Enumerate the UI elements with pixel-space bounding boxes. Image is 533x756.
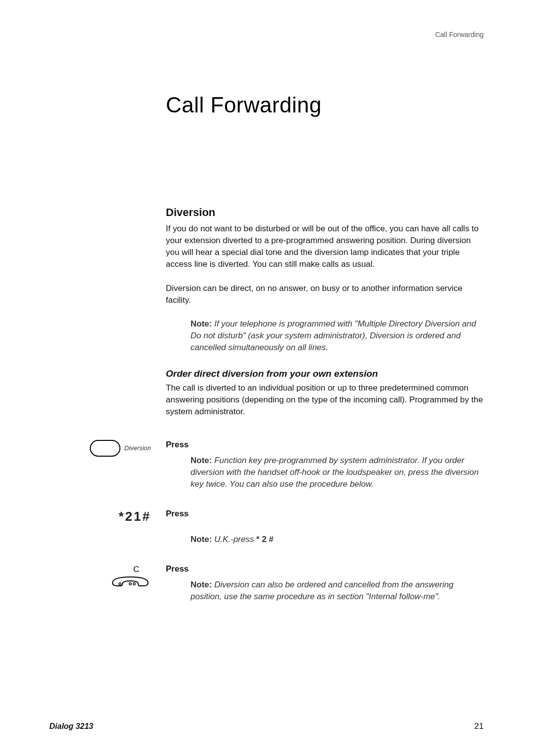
diversion-key-icon (90, 440, 120, 457)
press-label-2: Press (166, 509, 484, 519)
subheading-order-direct: Order direct diversion from your own ext… (166, 368, 484, 379)
note-label-4: Note: (190, 580, 212, 589)
note-function-key: Note: Function key pre-programmed by sys… (190, 455, 484, 490)
svg-point-1 (119, 583, 121, 585)
paragraph-types: Diversion can be direct, on no answer, o… (166, 283, 484, 306)
footer-page-number: 21 (474, 721, 484, 731)
note-text: If your telephone is programmed with "Mu… (190, 319, 476, 352)
note-text-2: Function key pre-programmed by system ad… (190, 456, 479, 489)
page-title: Call Forwarding (166, 93, 484, 117)
note-answering-position: Note: Diversion can also be ordered and … (190, 579, 484, 603)
paragraph-intro: If you do not want to be disturbed or wi… (166, 223, 484, 271)
clear-handset-icon: C (110, 564, 151, 592)
note-multiple-directory: Note: If your telephone is programmed wi… (190, 318, 484, 354)
svg-text:C: C (133, 565, 139, 574)
header-section-label: Call Forwarding (49, 31, 484, 38)
press-label-3: Press (166, 564, 484, 574)
note-label: Note: (190, 319, 212, 328)
press-label-1: Press (166, 440, 484, 450)
note-label-2: Note: (190, 456, 212, 465)
note-text-3-prefix: U.K.-press (212, 535, 256, 544)
svg-point-3 (133, 583, 135, 585)
paragraph-order-direct: The call is diverted to an individual po… (166, 382, 484, 418)
footer-model: Dialog 3213 (49, 722, 93, 731)
note-uk-press: Note: U.K.-press * 2 # (190, 534, 484, 545)
note-text-4: Diversion can also be ordered and cancel… (190, 580, 454, 601)
dial-code: *21# (119, 509, 152, 524)
diversion-key-label: Diversion (124, 444, 151, 452)
note-label-3: Note: (190, 535, 212, 544)
svg-point-2 (129, 583, 131, 585)
note-uk-code: * 2 # (256, 535, 273, 544)
section-heading-diversion: Diversion (166, 206, 484, 219)
